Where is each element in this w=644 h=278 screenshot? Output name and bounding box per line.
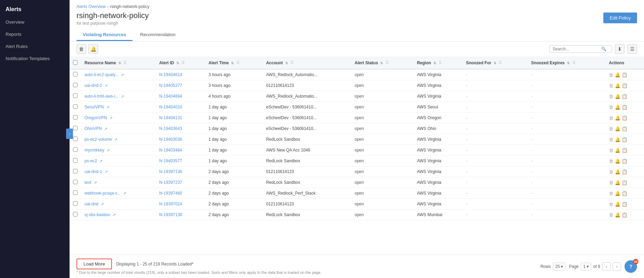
columns-button[interactable]: ☰ <box>627 44 637 54</box>
remediate-action-icon[interactable]: 📋 <box>622 126 627 131</box>
row-checkbox[interactable] <box>73 201 78 206</box>
remediate-action-icon[interactable]: 📋 <box>622 169 627 174</box>
row-checkbox[interactable] <box>73 72 78 76</box>
remediate-action-icon[interactable]: 📋 <box>622 202 627 207</box>
row-checkbox-cell[interactable] <box>70 80 81 91</box>
snooze-action-icon[interactable]: 🔔 <box>615 105 620 110</box>
remediate-action-icon[interactable]: 📋 <box>622 115 627 121</box>
external-link-icon[interactable]: ➚ <box>123 191 126 195</box>
row-checkbox-cell[interactable] <box>70 113 81 123</box>
sort-region[interactable]: ⇅ <box>433 61 436 65</box>
dismiss-action-icon[interactable]: 🗑 <box>609 105 613 110</box>
alert-id-link[interactable]: N-19403484 <box>159 148 182 153</box>
alert-id-link[interactable]: N-19397480 <box>159 191 182 196</box>
remediate-action-icon[interactable]: 📋 <box>622 212 627 218</box>
alert-id-link[interactable]: N-19404131 <box>159 115 182 120</box>
sort-alert-id[interactable]: ⇅ <box>176 61 179 65</box>
search-input[interactable] <box>553 47 601 51</box>
row-checkbox[interactable] <box>73 212 78 216</box>
row-checkbox[interactable] <box>73 126 78 130</box>
snooze-button[interactable]: 🔔 <box>88 44 98 54</box>
dismiss-action-icon[interactable]: 🗑 <box>609 148 613 153</box>
remediate-action-icon[interactable]: 📋 <box>622 83 627 88</box>
dismiss-action-icon[interactable]: 🗑 <box>609 212 613 218</box>
row-checkbox-cell[interactable] <box>70 199 81 210</box>
snooze-action-icon[interactable]: 🔔 <box>615 212 620 218</box>
row-checkbox-cell[interactable] <box>70 177 81 188</box>
download-button[interactable]: ⬇ <box>615 44 625 54</box>
alert-id-link[interactable]: N-19404010 <box>159 105 182 109</box>
alert-id-link[interactable]: N-19397136 <box>159 169 182 174</box>
alert-id-link[interactable]: N-19397024 <box>159 202 182 206</box>
row-checkbox[interactable] <box>73 93 78 98</box>
external-link-icon[interactable]: ➚ <box>104 126 107 131</box>
remediate-action-icon[interactable]: 📋 <box>622 72 627 77</box>
external-link-icon[interactable]: ➚ <box>94 180 97 185</box>
row-checkbox-cell[interactable] <box>70 145 81 156</box>
external-link-icon[interactable]: ➚ <box>105 83 108 88</box>
alert-id-link[interactable]: N-19405377 <box>159 83 182 88</box>
resource-name-link[interactable]: webhook-pcsqa-v... <box>84 191 120 196</box>
sidebar-item-alert-rules[interactable]: Alert Rules <box>0 40 70 52</box>
alert-id-link[interactable]: N-19403643 <box>159 126 182 131</box>
row-checkbox[interactable] <box>73 83 78 87</box>
dismiss-action-icon[interactable]: 🗑 <box>609 158 613 164</box>
resource-name-link[interactable]: uai-dnd-1 <box>84 169 102 174</box>
resource-name-link[interactable]: uai-dnd <box>84 202 98 206</box>
remediate-action-icon[interactable]: 📋 <box>622 94 627 99</box>
prev-page-button[interactable]: ‹ <box>602 262 611 271</box>
snooze-action-icon[interactable]: 🔔 <box>615 126 620 131</box>
external-link-icon[interactable]: ➚ <box>110 116 113 120</box>
tab-violating-resources[interactable]: Violating Resources <box>77 29 132 41</box>
resource-name-link[interactable]: ps-ec2-volume <box>84 137 112 142</box>
sort-alert-time[interactable]: ⇅ <box>231 61 234 65</box>
external-link-icon[interactable]: ➚ <box>121 94 124 98</box>
next-page-button[interactable]: › <box>613 262 621 271</box>
row-checkbox-cell[interactable] <box>70 210 81 220</box>
dismiss-action-icon[interactable]: 🗑 <box>609 126 613 131</box>
row-checkbox[interactable] <box>73 104 78 109</box>
snooze-action-icon[interactable]: 🔔 <box>615 137 620 142</box>
external-link-icon[interactable]: ➚ <box>113 213 116 217</box>
rows-select-box[interactable]: 25 ▾ <box>553 263 565 270</box>
sort-snoozed-expires[interactable]: ⇅ <box>567 61 570 65</box>
dismiss-action-icon[interactable]: 🗑 <box>609 191 613 196</box>
tab-recommendation[interactable]: Recommendation <box>134 29 182 41</box>
row-checkbox-cell[interactable] <box>70 91 81 102</box>
row-checkbox[interactable] <box>73 147 78 152</box>
resource-name-link[interactable]: ps-ec2 <box>84 158 97 163</box>
alert-id-link[interactable]: N-19403577 <box>159 158 182 163</box>
remediate-action-icon[interactable]: 📋 <box>622 105 627 110</box>
dismiss-action-icon[interactable]: 🗑 <box>609 137 613 142</box>
page-select-box[interactable]: 1 ▾ <box>581 263 591 270</box>
row-checkbox[interactable] <box>73 115 78 120</box>
dismiss-action-icon[interactable]: 🗑 <box>609 72 613 77</box>
snooze-action-icon[interactable]: 🔔 <box>615 148 620 153</box>
snooze-action-icon[interactable]: 🔔 <box>615 191 620 196</box>
row-checkbox[interactable] <box>73 180 78 184</box>
remediate-action-icon[interactable]: 📋 <box>622 148 627 153</box>
dismiss-action-icon[interactable]: 🗑 <box>609 115 613 121</box>
dismiss-button[interactable]: 🗑 <box>77 44 86 54</box>
resource-name-link[interactable]: auto-ii-ec2-qualy... <box>84 72 119 77</box>
external-link-icon[interactable]: ➚ <box>121 73 124 77</box>
alert-id-link[interactable]: N-19404614 <box>159 72 182 77</box>
row-checkbox-cell[interactable] <box>70 188 81 199</box>
row-checkbox-cell[interactable] <box>70 69 81 80</box>
select-all-header[interactable] <box>70 57 81 69</box>
edit-policy-button[interactable]: Edit Policy <box>603 13 637 23</box>
help-button[interactable]: ? 16 <box>625 260 637 273</box>
snooze-action-icon[interactable]: 🔔 <box>615 158 620 164</box>
sort-alert-status[interactable]: ⇅ <box>380 61 383 65</box>
dismiss-action-icon[interactable]: 🗑 <box>609 202 613 207</box>
snooze-action-icon[interactable]: 🔔 <box>615 115 620 121</box>
dismiss-action-icon[interactable]: 🗑 <box>609 169 613 174</box>
resource-name-link[interactable]: OregonVPN <box>84 115 107 120</box>
dismiss-action-icon[interactable]: 🗑 <box>609 180 613 185</box>
external-link-icon[interactable]: ➚ <box>99 159 103 163</box>
resource-name-link[interactable]: SeoulVPN <box>84 105 104 109</box>
external-link-icon[interactable]: ➚ <box>114 137 118 141</box>
snooze-action-icon[interactable]: 🔔 <box>615 83 620 88</box>
dismiss-action-icon[interactable]: 🗑 <box>609 83 613 88</box>
external-link-icon[interactable]: ➚ <box>107 148 110 152</box>
